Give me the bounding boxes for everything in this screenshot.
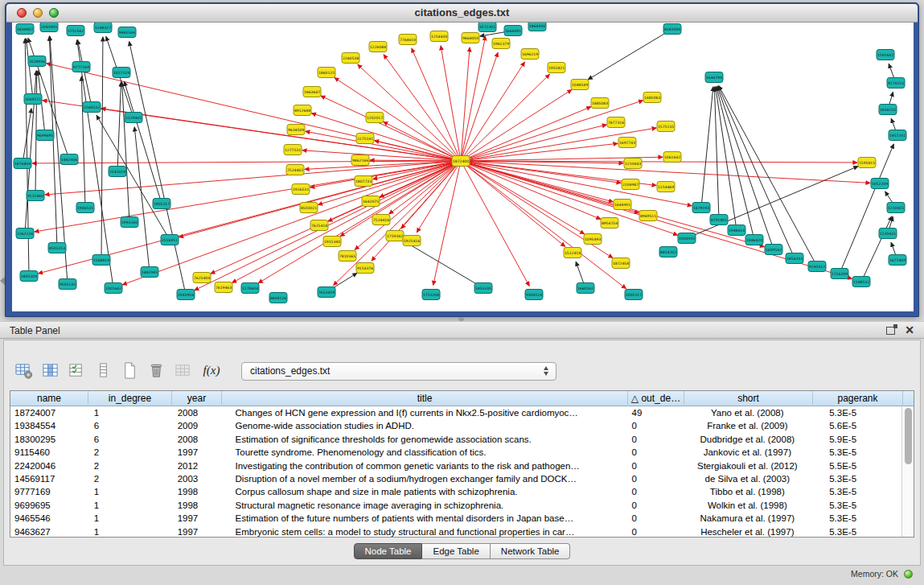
graph-node[interactable]: 1807733 bbox=[355, 176, 372, 187]
graph-edge[interactable] bbox=[461, 161, 585, 234]
graph-node[interactable]: 9304524 bbox=[525, 290, 543, 300]
graph-edge[interactable] bbox=[129, 42, 186, 295]
graph-node[interactable]: 1220431 bbox=[879, 229, 897, 239]
graph-node[interactable]: 1485083 bbox=[643, 93, 661, 103]
network-window-titlebar[interactable]: citations_edges.txt bbox=[6, 4, 918, 23]
graph-node[interactable]: 1004935 bbox=[678, 233, 696, 244]
graph-node[interactable]: 2028936 bbox=[28, 56, 46, 67]
graph-edge[interactable] bbox=[384, 55, 461, 161]
graph-node[interactable]: 1751542 bbox=[67, 26, 84, 36]
graph-node[interactable]: 1885083 bbox=[591, 98, 609, 109]
graph-node[interactable]: 8503021 bbox=[300, 203, 318, 213]
graph-node[interactable]: 1591642 bbox=[877, 50, 894, 60]
graph-node[interactable]: 7619463 bbox=[215, 282, 232, 293]
graph-node[interactable]: 1057519 bbox=[113, 68, 130, 78]
graph-node[interactable]: 7524402 bbox=[286, 165, 304, 175]
graph-edge[interactable] bbox=[461, 47, 470, 161]
graph-node[interactable]: 1955821 bbox=[548, 63, 565, 73]
graph-node[interactable]: 1660542 bbox=[577, 283, 594, 294]
table-settings-icon[interactable] bbox=[14, 360, 34, 381]
graph-edge[interactable] bbox=[47, 64, 461, 161]
table-row[interactable]: 1872400712008Changes of HCN gene express… bbox=[10, 406, 901, 419]
graph-node[interactable]: 1879193 bbox=[692, 203, 710, 213]
collapse-left-panel-arrow[interactable] bbox=[0, 277, 5, 285]
graph-edge[interactable] bbox=[335, 78, 461, 161]
graph-node[interactable]: 1864930 bbox=[528, 23, 546, 31]
graph-node[interactable]: 9664050 bbox=[462, 33, 479, 43]
table-row[interactable]: 977716911998Corpus callosum shape and si… bbox=[10, 485, 901, 498]
graph-node[interactable]: 1696219 bbox=[521, 49, 539, 60]
graph-edge[interactable] bbox=[77, 40, 113, 288]
graph-edge[interactable] bbox=[81, 76, 85, 208]
graph-node[interactable]: 3572301 bbox=[478, 23, 496, 32]
column-header-name[interactable]: name bbox=[10, 391, 88, 406]
graph-node[interactable]: 1759342 bbox=[386, 231, 404, 241]
graph-node[interactable]: 1512418 bbox=[564, 248, 581, 258]
graph-node[interactable]: 9777169 bbox=[72, 62, 90, 72]
tab-network-table[interactable]: Network Table bbox=[491, 543, 571, 559]
import-table-icon[interactable] bbox=[173, 360, 193, 381]
graph-node[interactable]: 2069571 bbox=[24, 94, 42, 105]
graph-node[interactable]: 1754209 bbox=[831, 269, 848, 279]
graph-node[interactable]: 8183094 bbox=[663, 24, 681, 35]
new-table-icon[interactable] bbox=[120, 360, 140, 381]
show-columns-icon[interactable] bbox=[40, 360, 60, 381]
minimize-window-button[interactable] bbox=[33, 8, 43, 18]
graph-node[interactable]: 9154376 bbox=[356, 263, 374, 274]
graph-node[interactable]: 2260538 bbox=[342, 53, 359, 64]
graph-edge[interactable] bbox=[122, 161, 461, 285]
graph-node[interactable]: 1961379 bbox=[492, 39, 510, 49]
graph-edge[interactable] bbox=[334, 161, 461, 286]
graph-edge[interactable] bbox=[125, 81, 162, 204]
graph-node[interactable]: 1905317 bbox=[153, 199, 170, 209]
table-source-dropdown[interactable]: citations_edges.txt bbox=[241, 362, 556, 381]
graph-node[interactable]: 2516051 bbox=[161, 235, 179, 245]
scrollbar-thumb[interactable] bbox=[905, 408, 912, 464]
table-row[interactable]: 969969511998Structural magnetic resonanc… bbox=[10, 499, 901, 512]
graph-node[interactable]: 1805309 bbox=[20, 271, 38, 282]
graph-node[interactable]: 1178604 bbox=[241, 283, 259, 294]
graph-node[interactable]: 1457201 bbox=[889, 130, 906, 141]
table-row[interactable]: 946362711997Embryonic stem cells: a mode… bbox=[10, 525, 901, 537]
edit-rows-icon[interactable] bbox=[67, 360, 87, 381]
graph-node[interactable]: 9115460 bbox=[27, 191, 44, 201]
graph-node[interactable]: 9465546 bbox=[118, 27, 136, 38]
graph-node[interactable]: 1575135 bbox=[657, 122, 675, 132]
graph-node[interactable]: 2275141 bbox=[356, 134, 374, 144]
column-header-year[interactable]: year bbox=[172, 391, 222, 406]
graph-node[interactable]: 1664091 bbox=[504, 26, 522, 36]
graph-node[interactable]: 9634509 bbox=[287, 125, 305, 135]
network-canvas[interactable]: 1872400186364789126489634509127753175244… bbox=[12, 23, 914, 311]
graph-edge[interactable] bbox=[117, 82, 121, 171]
column-header-title[interactable]: title bbox=[222, 391, 628, 406]
graph-node[interactable]: 1915340 bbox=[323, 237, 341, 247]
graph-node[interactable]: 1005317 bbox=[625, 290, 643, 300]
graph-node[interactable]: 5925416 bbox=[403, 236, 421, 246]
graph-node[interactable]: 1853245 bbox=[474, 283, 492, 294]
graph-node[interactable]: 9699695 bbox=[36, 130, 54, 141]
graph-node[interactable]: 2043905 bbox=[40, 23, 58, 32]
graph-node[interactable]: 7524416 bbox=[372, 215, 390, 225]
graph-node[interactable]: 9862166 bbox=[351, 155, 369, 166]
graph-node[interactable]: 9505135 bbox=[59, 279, 76, 290]
delete-table-icon[interactable] bbox=[146, 360, 166, 381]
graph-node[interactable]: 1642075 bbox=[362, 196, 380, 207]
graph-edge[interactable] bbox=[687, 167, 858, 238]
close-panel-icon[interactable]: ✕ bbox=[905, 323, 914, 336]
graph-edge[interactable] bbox=[321, 96, 461, 161]
graph-node[interactable]: 1993260 bbox=[121, 217, 138, 228]
graph-node[interactable]: 8954754 bbox=[601, 218, 618, 229]
graph-node[interactable]: 1677409 bbox=[889, 255, 906, 266]
table-row[interactable]: 946554611997Estimation of the future num… bbox=[10, 512, 901, 525]
graph-node[interactable]: 1876804 bbox=[14, 159, 31, 169]
graph-node[interactable]: 7764610 bbox=[399, 35, 417, 45]
graph-node[interactable]: 9245012 bbox=[808, 262, 826, 272]
graph-node[interactable]: 1595815 bbox=[858, 158, 876, 168]
graph-edge[interactable] bbox=[25, 39, 29, 276]
graph-node[interactable]: 1846420 bbox=[745, 235, 763, 245]
graph-node[interactable]: 1863647 bbox=[303, 87, 321, 97]
graph-node[interactable]: 1154469 bbox=[657, 182, 675, 192]
graph-node[interactable]: 1753208 bbox=[422, 290, 440, 300]
graph-node[interactable]: 8791801 bbox=[710, 215, 728, 225]
graph-edge[interactable] bbox=[232, 161, 461, 282]
